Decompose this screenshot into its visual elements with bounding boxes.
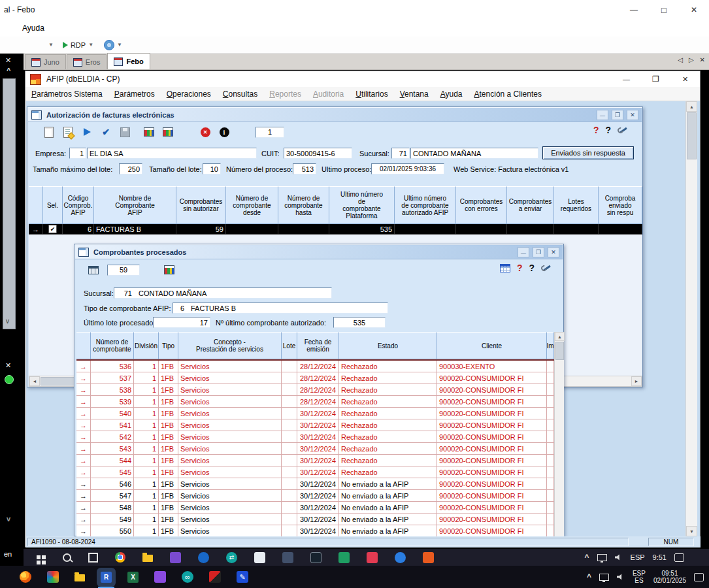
cell[interactable]: 30/12/2024 (297, 525, 339, 536)
cell[interactable]: 541 (91, 419, 134, 431)
row-indicator[interactable] (76, 455, 91, 466)
cell[interactable]: 900020-CONSUMIDOR FI (437, 396, 547, 408)
table-row[interactable]: 54811FBServicios30/12/2024No enviado a l… (76, 502, 554, 514)
cell[interactable]: 1 (134, 443, 159, 455)
table-row[interactable]: 53711FBServicios28/12/2024Rechazado90002… (76, 372, 554, 384)
minimize-button[interactable] (619, 0, 649, 20)
cell[interactable]: 30/12/2024 (297, 419, 339, 431)
cell[interactable]: 30/12/2024 (297, 478, 339, 490)
cell[interactable] (282, 419, 297, 431)
cell[interactable]: 30/12/2024 (297, 408, 339, 419)
cell[interactable]: 900020-CONSUMIDOR FI (437, 372, 547, 384)
cell[interactable] (547, 408, 554, 419)
cell[interactable] (282, 478, 297, 490)
app-icon[interactable] (254, 552, 265, 563)
cell[interactable] (547, 372, 554, 384)
export-button[interactable] (85, 262, 102, 278)
column-header[interactable]: Im (547, 332, 554, 359)
cell[interactable]: Rechazado (339, 419, 437, 431)
file-explorer-icon[interactable] (142, 555, 153, 562)
cell[interactable]: No enviado a la AFIP (339, 502, 437, 514)
app-icon[interactable] (198, 552, 209, 563)
excel-icon[interactable] (127, 572, 139, 583)
row-indicator[interactable] (76, 490, 91, 502)
cell[interactable]: Rechazado (339, 361, 437, 372)
context-help-icon[interactable] (517, 262, 523, 274)
cell[interactable]: Rechazado (339, 443, 437, 455)
row-indicator[interactable] (76, 396, 91, 408)
table-row[interactable]: 53811FBServicios28/12/2024Rechazado90002… (76, 384, 554, 396)
scroll-left-icon[interactable] (29, 376, 40, 386)
cell[interactable]: 900020-CONSUMIDOR FI (437, 514, 547, 525)
cell[interactable]: 28/12/2024 (297, 396, 339, 408)
sucursal-name-field[interactable]: CONTADO MAÑANA (410, 148, 538, 159)
menu-item[interactable]: Consultas (217, 88, 263, 101)
minimize-button[interactable] (597, 110, 608, 120)
tools-icon[interactable] (618, 125, 628, 135)
cell[interactable]: 545 (91, 466, 134, 478)
cell[interactable] (547, 396, 554, 408)
cell[interactable]: Rechazado (339, 466, 437, 478)
cell[interactable] (547, 455, 554, 466)
scroll-up-icon[interactable] (686, 101, 697, 112)
chevron-down-icon[interactable]: v (6, 318, 9, 325)
menu-item[interactable]: Parámetros Sistema (25, 88, 108, 101)
app-icon[interactable] (395, 552, 406, 563)
table-row[interactable]: 54711FBServicios30/12/2024No enviado a l… (76, 490, 554, 502)
column-header[interactable]: Sel. (43, 186, 63, 224)
cell[interactable]: No enviado a la AFIP (339, 525, 437, 536)
speaker-icon[interactable] (617, 574, 625, 580)
grid-button[interactable] (140, 124, 157, 140)
menu-ayuda[interactable]: Ayuda (18, 22, 48, 34)
cell[interactable]: 536 (91, 361, 134, 372)
cell[interactable]: 535 (329, 224, 395, 235)
grid-button-2[interactable] (159, 124, 176, 140)
keyboard-language[interactable]: ESP ES (633, 570, 646, 585)
lote-field[interactable]: 10 (203, 163, 221, 174)
cell[interactable]: Rechazado (339, 372, 437, 384)
cell[interactable]: 538 (91, 384, 134, 396)
cell[interactable]: 539 (91, 396, 134, 408)
cell[interactable]: Servicios (178, 372, 282, 384)
autorizado-field[interactable]: 535 (333, 317, 386, 328)
cell[interactable]: 542 (91, 431, 134, 443)
column-header[interactable]: División (134, 332, 159, 359)
cell[interactable]: Servicios (178, 419, 282, 431)
cell[interactable]: 30/12/2024 (297, 443, 339, 455)
minimize-button[interactable] (518, 247, 529, 257)
table-row[interactable]: 54511FBServicios30/12/2024Rechazado90002… (76, 466, 554, 478)
column-header[interactable]: Estado (339, 332, 437, 359)
new-button[interactable] (41, 124, 58, 140)
table-row[interactable]: 54311FBServicios30/12/2024Rechazado90002… (76, 443, 554, 455)
cell[interactable]: 30/12/2024 (297, 466, 339, 478)
checkbox-cell[interactable] (43, 224, 63, 235)
cell[interactable]: 900030-EXENTO (437, 361, 547, 372)
cell[interactable]: 1 (134, 466, 159, 478)
column-header[interactable]: Comprobantes con errores (456, 186, 507, 224)
close-button[interactable] (548, 247, 559, 257)
app-icon[interactable] (367, 552, 378, 563)
notification-icon[interactable] (674, 553, 684, 562)
empresa-name-field[interactable]: EL DIA SA (87, 148, 257, 159)
app-icon[interactable] (47, 571, 59, 583)
firefox-icon[interactable] (20, 571, 31, 583)
column-header[interactable]: Cliente (437, 332, 547, 359)
sucursal-field[interactable]: 71 CONTADO MAÑANA (114, 287, 332, 299)
rdp-app-icon[interactable] (101, 572, 112, 583)
cell[interactable] (278, 224, 329, 235)
column-header[interactable]: Comprobantes sin autorizar (176, 186, 226, 224)
app-icon[interactable] (310, 552, 322, 563)
cell[interactable]: Servicios (178, 384, 282, 396)
cell[interactable]: 1FB (159, 525, 178, 536)
close-button[interactable] (670, 71, 700, 87)
scroll-down-icon[interactable] (686, 526, 697, 536)
cell[interactable]: 1FB (159, 455, 178, 466)
tab-juno[interactable]: Juno (25, 54, 66, 69)
cell[interactable]: Servicios (178, 490, 282, 502)
minimize-button[interactable] (612, 71, 641, 87)
cell[interactable]: 28/12/2024 (297, 372, 339, 384)
menu-item[interactable]: Utilitarios (350, 88, 393, 101)
row-indicator[interactable] (76, 525, 91, 536)
column-header[interactable]: Comprobantes a enviar (507, 186, 554, 224)
cell[interactable]: Servicios (178, 514, 282, 525)
